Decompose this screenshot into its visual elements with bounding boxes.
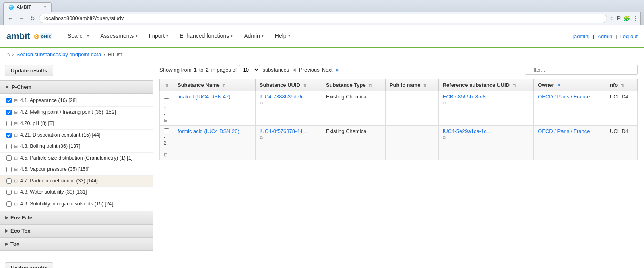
tab-favicon: 🌐 (8, 5, 14, 10)
profile-icon[interactable]: P (617, 15, 621, 22)
row1-public-name (385, 91, 438, 126)
th-info[interactable]: Info ⇅ (604, 79, 638, 91)
logout-link[interactable]: Log out (620, 33, 638, 39)
bookmark-icon[interactable]: ☆ (609, 15, 615, 22)
sidebar-content: ▼ P-Chem ⊟ 4.1. Appearance (16) [28] ⊟ 4… (0, 80, 153, 258)
update-results-button-top[interactable]: Update results (5, 65, 53, 76)
pchem-checkbox-6[interactable] (6, 167, 12, 172)
pchem-icon-1: ⊟ (14, 110, 18, 115)
nav-help[interactable]: Help ▾ (269, 25, 296, 47)
row1-uuid-link[interactable]: IUC4-7388635d-6c... (260, 94, 308, 100)
nav-enhanced-functions[interactable]: Enhanced functions ▾ (174, 25, 238, 47)
pchem-section-header[interactable]: ▼ P-Chem (0, 80, 153, 94)
table-body: - 1 - ⊟ linalool (IUC4 DSN 47) IUC4-7388… (160, 91, 638, 160)
back-button[interactable]: ← (6, 14, 15, 23)
pchem-checkbox-2[interactable] (6, 121, 12, 126)
nav-assessments-arrow: ▾ (136, 33, 138, 38)
pchem-item-4: ⊟ 4.3. Boiling point (36) [137] (0, 141, 153, 153)
breadcrumb-sep2: › (103, 51, 105, 57)
row2-public-name (385, 126, 438, 160)
pchem-checkbox-3[interactable] (6, 133, 12, 138)
logo-area: ambit ⚙ cefic (6, 31, 52, 41)
row1-uuid-copy[interactable]: ⧉ (260, 100, 318, 106)
row2-num: - 2 - (164, 135, 169, 151)
nav-help-label: Help (275, 33, 287, 39)
env-fate-label: Env Fate (10, 215, 32, 221)
browser-chrome: 🌐 AMBIT × ← → ↻ ☆ P 🧩 ⋮ (0, 0, 644, 25)
pchem-label: P-Chem (12, 84, 31, 90)
row2-ref-uuid-cell: IUC4-5e29a1ca-1c... ⧉ (438, 126, 533, 160)
row2-name-link[interactable]: formic acid (IUC4 DSN 26) (178, 128, 239, 134)
row2-uuid-link[interactable]: IUC4-0f576378-44... (260, 128, 307, 134)
row1-name-link[interactable]: linalool (IUC4 DSN 47) (178, 94, 231, 100)
update-results-button-bottom[interactable]: Update results (5, 262, 53, 268)
row2-name: formic acid (IUC4 DSN 26) (173, 126, 256, 160)
address-bar[interactable] (39, 14, 607, 23)
pchem-item-1: ⊟ 4.2. Melting point / freezing point (3… (0, 107, 153, 119)
sort-icon-info: ⇅ (621, 83, 624, 88)
extensions-icon[interactable]: 🧩 (623, 15, 630, 22)
next-link[interactable]: Next (322, 67, 333, 73)
refresh-button[interactable]: ↻ (29, 14, 37, 23)
results-table: ⇅ Substance Name ⇅ Substance UUID ⇅ Subs… (159, 79, 638, 160)
user-bracket-link[interactable]: [admin] (572, 33, 590, 39)
next-arrow-icon[interactable]: ► (335, 67, 340, 73)
row1-ref-uuid-copy[interactable]: ⧉ (443, 100, 529, 106)
page-size-select[interactable]: 10 20 50 100 (239, 65, 260, 74)
row2-owner-link[interactable]: OECD / Paris / France (538, 128, 590, 134)
filter-input[interactable] (525, 65, 638, 75)
substances-suffix: substances (262, 67, 289, 73)
eco-tox-label: Eco Tox (10, 228, 31, 234)
pchem-checkbox-5[interactable] (6, 155, 12, 161)
row1-ref-uuid-cell: ECB5-8565bc85-8... ⧉ (438, 91, 533, 126)
row2-ref-uuid-link[interactable]: IUC4-5e29a1ca-1c... (443, 128, 491, 134)
pchem-checkbox-8[interactable] (6, 190, 12, 195)
browser-tab[interactable]: 🌐 AMBIT × (3, 2, 52, 12)
eco-tox-section-header[interactable]: ▶ Eco Tox (0, 224, 153, 237)
row1-owner-link[interactable]: OECD / Paris / France (538, 94, 590, 100)
pchem-checkbox-1[interactable] (6, 110, 12, 115)
th-ref-uuid[interactable]: Reference substance UUID ⇅ (438, 79, 533, 91)
nav-enhanced-arrow: ▾ (231, 33, 233, 38)
nav-assessments[interactable]: Assessments ▾ (95, 25, 143, 47)
nav-import[interactable]: Import ▾ (143, 25, 174, 47)
forward-button[interactable]: → (17, 14, 26, 23)
sep2: | (615, 33, 617, 39)
row1-copy-icon[interactable]: ⊟ (164, 118, 169, 123)
th-public-name[interactable]: Public name ⇅ (385, 79, 438, 91)
row2-copy-icon[interactable]: ⊟ (164, 152, 169, 158)
nav-search[interactable]: Search ▾ (62, 25, 95, 47)
close-tab-button[interactable]: × (44, 5, 46, 10)
th-substance-uuid[interactable]: Substance UUID ⇅ (255, 79, 322, 91)
row1-owner: OECD / Paris / France (534, 91, 604, 126)
pchem-checkbox-7[interactable] (6, 178, 12, 184)
nav-admin[interactable]: Admin ▾ (238, 25, 269, 47)
nav-search-arrow: ▾ (87, 33, 89, 38)
row1-name: linalool (IUC4 DSN 47) (173, 91, 256, 126)
admin-link[interactable]: Admin (597, 33, 612, 39)
menu-icon[interactable]: ⋮ (632, 15, 638, 22)
pchem-icon-2: ⊟ (14, 121, 18, 126)
home-icon[interactable]: ⌂ (6, 51, 10, 57)
breadcrumb-link-search[interactable]: Search substances by endpoint data (17, 51, 101, 57)
main-nav: Search ▾ Assessments ▾ Import ▾ Enhanced… (62, 25, 572, 47)
row2-checkbox[interactable] (164, 128, 169, 133)
pchem-checkbox-4[interactable] (6, 144, 12, 149)
tox-section-header[interactable]: ▶ Tox (0, 237, 153, 251)
pchem-expand-arrow: ▼ (5, 85, 9, 90)
pchem-checkbox-9[interactable] (6, 201, 12, 207)
row1-checkbox[interactable] (164, 94, 169, 99)
th-substance-type[interactable]: Substance Type ⇅ (322, 79, 386, 91)
th-substance-name[interactable]: Substance Name ⇅ (173, 79, 256, 91)
row1-ref-uuid-link[interactable]: ECB5-8565bc85-8... (443, 94, 490, 100)
prev-arrow-icon[interactable]: ◄ (291, 67, 297, 73)
pchem-item-label-7: 4.7. Partition coeffcicient (33) [144] (20, 178, 98, 185)
pchem-checkbox-0[interactable] (6, 98, 12, 103)
row2-uuid-copy[interactable]: ⧉ (260, 135, 318, 140)
row1-num: - 1 - (164, 100, 169, 117)
env-fate-section-header[interactable]: ▶ Env Fate (0, 211, 153, 224)
previous-link[interactable]: Previous (299, 67, 320, 73)
th-owner[interactable]: Owner ▼ (534, 79, 604, 91)
breadcrumb: ⌂ › Search substances by endpoint data ›… (0, 48, 644, 61)
row2-ref-uuid-copy[interactable]: ⧉ (443, 135, 529, 140)
